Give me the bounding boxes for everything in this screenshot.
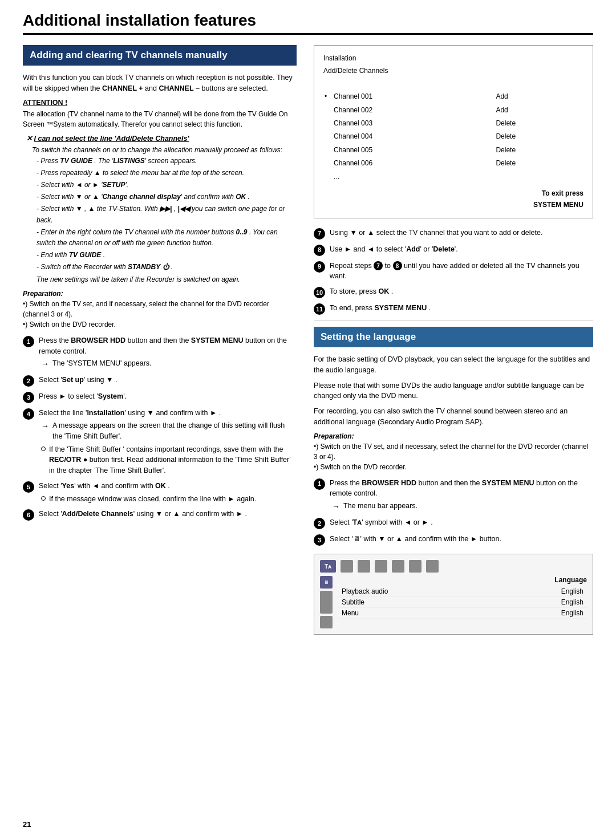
- step-num-4-left: 4: [23, 408, 34, 420]
- channel-bullet-6: [325, 157, 333, 169]
- asterisk-heading: ✕ I can not select the line 'Add/Delete …: [26, 134, 297, 143]
- step-4-result-left: → A message appears on the screen that t…: [41, 420, 297, 442]
- step-1-result-right: → The menu bar appears.: [332, 501, 593, 513]
- channel-name-3: Channel 003: [334, 117, 495, 129]
- lang-box-body: 🖥 Language Playback audio English Subtit…: [320, 576, 587, 628]
- intro-text: With this function you can block TV chan…: [23, 72, 297, 94]
- step-10-content-right: To store, press OK .: [330, 286, 593, 297]
- lang-intro-1: For the basic setting of DVD playback, y…: [314, 354, 593, 376]
- step-num-2-left: 2: [23, 375, 34, 387]
- channel-name-4: Channel 004: [334, 131, 495, 143]
- step-6-left: 6 Select 'Add/Delete Channels' using ▼ o…: [23, 509, 297, 521]
- channel-name-6: Channel 006: [334, 157, 495, 169]
- lang-value-subtitle: English: [561, 598, 583, 606]
- channel-box-title1: Installation: [323, 52, 583, 64]
- step-num-8-right: 8: [314, 245, 325, 256]
- lang-column-label: Language: [338, 576, 587, 584]
- channel-table: • Channel 001 Add Channel 002 Add Channe…: [323, 90, 583, 184]
- step-5-left: 5 Select 'Yes' with ◄ and confirm with O…: [23, 481, 297, 505]
- lang-label-menu: Menu: [342, 609, 359, 617]
- channel-name-1: Channel 001: [334, 91, 495, 103]
- step-9-content-right: Repeat steps 7 to 8 until you have added…: [330, 261, 593, 282]
- step-num-6-left: 6: [23, 509, 34, 521]
- step-10-right: 10 To store, press OK .: [314, 286, 593, 298]
- table-row: Channel 006 Delete: [325, 157, 582, 169]
- preparation-block-left: Preparation: •) Switch on the TV set, an…: [23, 290, 297, 330]
- lang-row-playback: Playback audio English: [338, 586, 587, 597]
- prep-text-left: •) Switch on the TV set, and if necessar…: [23, 299, 297, 330]
- step-8-right: 8 Use ► and ◄ to select 'Add' or 'Delete…: [314, 244, 593, 256]
- step-1-result-left: → The 'SYSTEM MENU' appears.: [41, 358, 297, 370]
- language-settings-box: Tᴀ 🖥 Language Playback audio: [314, 554, 593, 635]
- step-5-content-left: Select 'Yes' with ◄ and confirm with OK …: [39, 481, 297, 505]
- lang-icon-t: [341, 560, 353, 573]
- channel-action-1: Add: [496, 91, 582, 103]
- lang-row-menu: Menu English: [338, 608, 587, 619]
- page-number: 21: [23, 820, 31, 829]
- step-2-right: 2 Select 'Tᴀ' symbol with ◄ or ► .: [314, 517, 593, 529]
- left-column: Adding and clearing TV channels manually…: [23, 45, 297, 635]
- lang-intro-2: Please note that with some DVDs the audi…: [314, 380, 593, 402]
- table-row: Channel 004 Delete: [325, 131, 582, 143]
- step-num-1-right: 1: [314, 478, 325, 490]
- lang-icon-d1: [375, 560, 387, 573]
- step-2-content-right: Select 'Tᴀ' symbol with ◄ or ► .: [330, 517, 593, 528]
- lang-icon-ta: Tᴀ: [320, 560, 336, 573]
- prep-label-left: Preparation:: [23, 290, 297, 298]
- lang-value-menu: English: [561, 609, 583, 617]
- channel-box: Installation Add/Delete Channels • Chann…: [314, 45, 593, 218]
- asterisk-subtext: To switch the channels on or to change t…: [32, 145, 297, 285]
- lang-value-playback: English: [561, 587, 583, 595]
- step-7-right: 7 Using ▼ or ▲ select the TV channel tha…: [314, 228, 593, 240]
- step-1-right: 1 Press the BROWSER HDD button and then …: [314, 478, 593, 513]
- attention-text: The allocation (TV channel name to the T…: [23, 109, 297, 129]
- channel-action-2: Add: [496, 104, 582, 116]
- step-3-left: 3 Press ► to select 'System'.: [23, 391, 297, 403]
- step-6-content-left: Select 'Add/Delete Channels' using ▼ or …: [39, 509, 297, 520]
- table-row: • Channel 001 Add: [325, 91, 582, 103]
- channel-action-5: Delete: [496, 144, 582, 156]
- step-4-note-left: If the 'Time Shift Buffer ' contains imp…: [41, 444, 297, 476]
- channel-bullet-2: [325, 104, 333, 116]
- page-title: Additional installation features: [23, 11, 593, 35]
- prep-label-right: Preparation:: [314, 432, 593, 440]
- channel-bullet-4: [325, 131, 333, 143]
- step-num-5-left: 5: [23, 481, 34, 493]
- step-num-10-right: 10: [314, 287, 325, 298]
- step-1-content-right: Press the BROWSER HDD button and then th…: [330, 478, 593, 513]
- table-row-ellipsis: ...: [325, 171, 582, 183]
- step-2-left: 2 Select 'Set up' using ▼ .: [23, 375, 297, 387]
- attention-label: ATTENTION !: [23, 99, 297, 107]
- lang-side-icon-3: [320, 616, 333, 628]
- right-column: Installation Add/Delete Channels • Chann…: [314, 45, 593, 635]
- step-11-right: 11 To end, press SYSTEM MENU .: [314, 303, 593, 315]
- step-num-11-right: 11: [314, 303, 325, 315]
- asterisk-note: ✕ I can not select the line 'Add/Delete …: [26, 134, 297, 285]
- table-row: Channel 005 Delete: [325, 144, 582, 156]
- step-8-content-right: Use ► and ◄ to select 'Add' or 'Delete'.: [330, 244, 593, 255]
- preparation-block-right: Preparation: •) Switch on the TV set, an…: [314, 432, 593, 472]
- channel-action-3: Delete: [496, 117, 582, 129]
- lang-content: Language Playback audio English Subtitle…: [338, 576, 587, 628]
- lang-intro-3: For recording, you can also switch the T…: [314, 406, 593, 428]
- step-num-2-right: 2: [314, 518, 325, 529]
- channel-name-2: Channel 002: [334, 104, 495, 116]
- channel-ellipsis: ...: [334, 171, 495, 183]
- lang-side-icon-2: [320, 591, 333, 614]
- channel-bullet-1: •: [325, 91, 333, 103]
- channel-action-6: Delete: [496, 157, 582, 169]
- lang-side-icon-1: 🖥: [320, 576, 333, 589]
- step-3-content-left: Press ► to select 'System'.: [39, 391, 297, 402]
- channel-bullet-3: [325, 117, 333, 129]
- lang-row-subtitle: Subtitle English: [338, 597, 587, 608]
- step-9-right: 9 Repeat steps 7 to 8 until you have add…: [314, 261, 593, 282]
- left-section-title: Adding and clearing TV channels manually: [23, 45, 297, 66]
- lang-side-icons: 🖥: [320, 576, 333, 628]
- step-3-right: 3 Select '🖥' with ▼ or ▲ and confirm wit…: [314, 534, 593, 546]
- table-row: Channel 002 Add: [325, 104, 582, 116]
- step-4-left: 4 Select the line 'Installation' using ▼…: [23, 408, 297, 476]
- channel-box-title2: Add/Delete Channels: [323, 65, 583, 76]
- channel-action-4: Delete: [496, 131, 582, 143]
- step-2-content-left: Select 'Set up' using ▼ .: [39, 375, 297, 385]
- lang-icon-d2: [392, 560, 404, 573]
